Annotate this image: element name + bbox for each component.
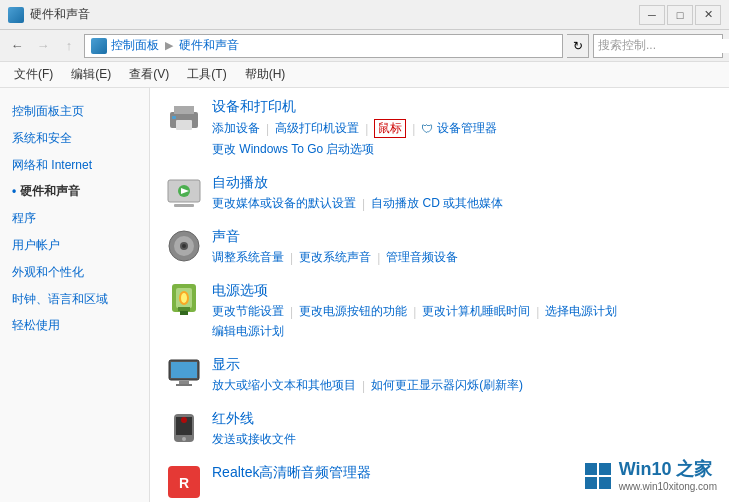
sep2: |: [365, 122, 368, 136]
printer-title[interactable]: 设备和打印机: [212, 98, 713, 116]
menu-file[interactable]: 文件(F): [6, 63, 61, 86]
realtek-icon: R: [166, 464, 202, 500]
maximize-button[interactable]: □: [667, 5, 693, 25]
autoplay-title[interactable]: 自动播放: [212, 174, 713, 192]
link-mouse[interactable]: 鼠标: [374, 119, 406, 138]
display-title[interactable]: 显示: [212, 356, 713, 374]
link-power-button[interactable]: 更改电源按钮的功能: [299, 303, 407, 320]
sep3: |: [412, 122, 415, 136]
win10-logo-grid: [585, 463, 611, 489]
refresh-button[interactable]: ↻: [567, 34, 589, 58]
menu-help[interactable]: 帮助(H): [237, 63, 294, 86]
menu-view[interactable]: 查看(V): [121, 63, 177, 86]
link-adjust-volume[interactable]: 调整系统音量: [212, 249, 284, 266]
section-printer: 设备和打印机 添加设备 | 高级打印机设置 | 鼠标 | 🛡 设备管理器 更改 …: [166, 98, 713, 158]
link-power-plan[interactable]: 选择电源计划: [545, 303, 617, 320]
svg-rect-17: [184, 311, 188, 315]
forward-button[interactable]: →: [32, 35, 54, 57]
power-sub-links: 编辑电源计划: [212, 323, 713, 340]
sound-icon: [166, 228, 202, 264]
content-area: 设备和打印机 添加设备 | 高级打印机设置 | 鼠标 | 🛡 设备管理器 更改 …: [150, 88, 729, 502]
address-separator: ▶: [165, 39, 173, 52]
svg-point-12: [182, 244, 186, 248]
navbar: ← → ↑ 控制面板 ▶ 硬件和声音 ↻ 🔍: [0, 30, 729, 62]
section-power: 电源选项 更改节能设置 | 更改电源按钮的功能 | 更改计算机睡眠时间 | 选择…: [166, 282, 713, 340]
section-display: 显示 放大或缩小文本和其他项目 | 如何更正显示器闪烁(刷新率): [166, 356, 713, 394]
display-links: 放大或缩小文本和其他项目 | 如何更正显示器闪烁(刷新率): [212, 377, 713, 394]
power-icon: [166, 282, 202, 318]
sidebar-item-system[interactable]: 系统和安全: [0, 125, 149, 152]
infrared-content: 红外线 发送或接收文件: [212, 410, 713, 448]
section-infrared: 红外线 发送或接收文件: [166, 410, 713, 448]
infrared-icon: [166, 410, 202, 446]
link-edit-plan[interactable]: 编辑电源计划: [212, 323, 284, 340]
link-refresh-rate[interactable]: 如何更正显示器闪烁(刷新率): [371, 377, 523, 394]
sep7: |: [290, 305, 293, 319]
menu-edit[interactable]: 编辑(E): [63, 63, 119, 86]
infrared-links: 发送或接收文件: [212, 431, 713, 448]
sidebar-item-hardware[interactable]: 硬件和声音: [0, 178, 149, 205]
link-sleep-time[interactable]: 更改计算机睡眠时间: [422, 303, 530, 320]
link-change-power[interactable]: 更改节能设置: [212, 303, 284, 320]
sidebar-item-appearance[interactable]: 外观和个性化: [0, 259, 149, 286]
display-content: 显示 放大或缩小文本和其他项目 | 如何更正显示器闪烁(刷新率): [212, 356, 713, 394]
link-device-manager[interactable]: 设备管理器: [437, 120, 497, 137]
address-controlpanel[interactable]: 控制面板: [111, 37, 159, 54]
link-change-sound[interactable]: 更改系统声音: [299, 249, 371, 266]
svg-point-19: [181, 293, 187, 303]
link-autoplay-cd[interactable]: 自动播放 CD 或其他媒体: [371, 195, 503, 212]
titlebar-title: 硬件和声音: [30, 6, 90, 23]
section-sound: 声音 调整系统音量 | 更改系统声音 | 管理音频设备: [166, 228, 713, 266]
address-bar: 控制面板 ▶ 硬件和声音: [84, 34, 563, 58]
link-printer-settings[interactable]: 高级打印机设置: [275, 120, 359, 137]
printer-icon: [166, 98, 202, 134]
sidebar-item-ease[interactable]: 轻松使用: [0, 312, 149, 339]
search-input[interactable]: [594, 39, 729, 53]
sidebar-item-user[interactable]: 用户帐户: [0, 232, 149, 259]
link-add-device[interactable]: 添加设备: [212, 120, 260, 137]
svg-point-26: [182, 437, 186, 441]
infrared-title[interactable]: 红外线: [212, 410, 713, 428]
titlebar: 硬件和声音 ─ □ ✕: [0, 0, 729, 30]
power-links: 更改节能设置 | 更改电源按钮的功能 | 更改计算机睡眠时间 | 选择电源计划: [212, 303, 713, 320]
sep5: |: [290, 251, 293, 265]
display-icon: [166, 356, 202, 392]
sidebar-item-network[interactable]: 网络和 Internet: [0, 152, 149, 179]
win10-url: www.win10xitong.com: [619, 481, 717, 492]
autoplay-content: 自动播放 更改媒体或设备的默认设置 | 自动播放 CD 或其他媒体: [212, 174, 713, 212]
sep9: |: [536, 305, 539, 319]
sidebar-item-programs[interactable]: 程序: [0, 205, 149, 232]
autoplay-links: 更改媒体或设备的默认设置 | 自动播放 CD 或其他媒体: [212, 195, 713, 212]
win10-title: Win10 之家: [619, 459, 717, 481]
svg-rect-22: [179, 381, 189, 384]
sidebar: 控制面板主页 系统和安全 网络和 Internet 硬件和声音 程序 用户帐户 …: [0, 88, 150, 502]
sidebar-item-home[interactable]: 控制面板主页: [0, 98, 149, 125]
close-button[interactable]: ✕: [695, 5, 721, 25]
printer-sub-links: 更改 Windows To Go 启动选项: [212, 141, 713, 158]
svg-rect-1: [174, 106, 194, 114]
sidebar-item-clock[interactable]: 时钟、语言和区域: [0, 286, 149, 313]
link-windows-to-go[interactable]: 更改 Windows To Go 启动选项: [212, 141, 374, 158]
autoplay-icon: [166, 174, 202, 210]
link-send-receive[interactable]: 发送或接收文件: [212, 431, 296, 448]
link-change-default[interactable]: 更改媒体或设备的默认设置: [212, 195, 356, 212]
sound-title[interactable]: 声音: [212, 228, 713, 246]
address-current[interactable]: 硬件和声音: [179, 37, 239, 54]
link-zoom-text[interactable]: 放大或缩小文本和其他项目: [212, 377, 356, 394]
minimize-button[interactable]: ─: [639, 5, 665, 25]
power-title[interactable]: 电源选项: [212, 282, 713, 300]
sep8: |: [413, 305, 416, 319]
watermark: Win10 之家 www.win10xitong.com: [585, 459, 717, 492]
main-container: 控制面板主页 系统和安全 网络和 Internet 硬件和声音 程序 用户帐户 …: [0, 88, 729, 502]
section-autoplay: 自动播放 更改媒体或设备的默认设置 | 自动播放 CD 或其他媒体: [166, 174, 713, 212]
sound-content: 声音 调整系统音量 | 更改系统声音 | 管理音频设备: [212, 228, 713, 266]
address-folder-icon: [91, 38, 107, 54]
titlebar-app-icon: [8, 7, 24, 23]
back-button[interactable]: ←: [6, 35, 28, 57]
svg-text:R: R: [179, 475, 189, 491]
up-button[interactable]: ↑: [58, 35, 80, 57]
svg-rect-16: [180, 311, 184, 315]
link-manage-audio[interactable]: 管理音频设备: [386, 249, 458, 266]
printer-links: 添加设备 | 高级打印机设置 | 鼠标 | 🛡 设备管理器: [212, 119, 713, 138]
menu-tools[interactable]: 工具(T): [179, 63, 234, 86]
